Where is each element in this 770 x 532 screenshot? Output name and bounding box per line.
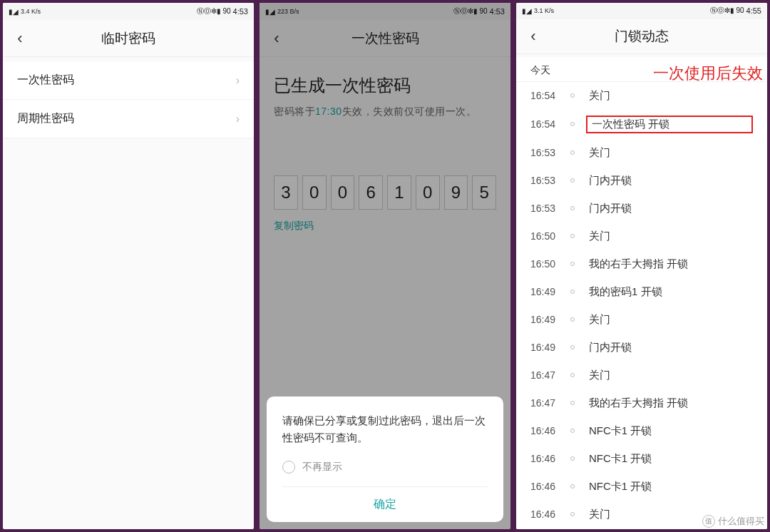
timeline-dot-icon [570, 345, 575, 349]
net-speed: 223 B/s [277, 9, 299, 15]
watermark-text: 什么值得买 [718, 515, 764, 528]
clock: 4:53 [490, 7, 505, 16]
radio-icon [282, 461, 295, 474]
event-row[interactable]: 16:53关门 [516, 139, 767, 167]
event-text: 关门 [586, 88, 753, 104]
code-digit: 0 [416, 175, 440, 210]
password-type-list: 一次性密码 › 周期性密码 › [3, 61, 254, 138]
page-title: 门锁动态 [516, 27, 767, 46]
event-time: 16:49 [530, 342, 568, 353]
timeline-dot-icon [570, 262, 575, 266]
nav-bar: ‹ 门锁动态 [516, 19, 767, 54]
confirm-button[interactable]: 确定 [282, 486, 488, 522]
event-row[interactable]: 16:53门内开锁 [516, 195, 767, 222]
event-text: NFC卡1 开锁 [586, 479, 753, 495]
event-time: 16:54 [530, 118, 568, 130]
event-text: 关门 [586, 228, 753, 245]
code-display: 3 0 0 6 1 0 9 5 [274, 175, 496, 210]
event-row[interactable]: 16:54一次性密码 开锁 [516, 110, 767, 139]
net-speed: 3.1 K/s [534, 8, 554, 14]
event-text: NFC卡1 开锁 [586, 451, 753, 467]
event-row[interactable]: 16:45NFC卡1 开锁 [516, 528, 767, 529]
event-row[interactable]: 16:54关门 [516, 82, 767, 110]
status-icons: ⓃⓄ✼▮ 90 [710, 6, 744, 16]
expiry-time: 17:30 [315, 106, 342, 117]
watermark-icon: 值 [702, 515, 715, 528]
event-row[interactable]: 16:49我的密码1 开锁 [516, 278, 767, 306]
chevron-right-icon: › [236, 113, 240, 126]
event-row[interactable]: 16:53门内开锁 [516, 167, 767, 195]
status-bar: ▮◢ 3.1 K/s ⓃⓄ✼▮ 90 4:55 [516, 3, 767, 19]
event-row[interactable]: 16:49关门 [516, 306, 767, 334]
timeline-dot-icon [570, 93, 575, 98]
event-text: 关门 [586, 312, 753, 328]
generated-subtext: 密码将于17:30失效，失效前仅可使用一次。 [274, 106, 496, 118]
event-time: 16:50 [530, 230, 568, 242]
event-text: 门内开锁 [586, 200, 753, 217]
event-text: 关门 [586, 145, 753, 161]
event-text: 门内开锁 [586, 339, 753, 356]
event-time: 16:46 [530, 425, 568, 436]
event-row[interactable]: 16:46NFC卡1 开锁 [516, 473, 767, 501]
timeline-dot-icon [570, 484, 575, 488]
event-row[interactable]: 16:49门内开锁 [516, 334, 767, 362]
watermark: 值 什么值得买 [702, 515, 764, 528]
copy-code-button[interactable]: 复制密码 [274, 220, 496, 232]
event-time: 16:53 [530, 203, 568, 214]
screen-lock-activity: ▮◢ 3.1 K/s ⓃⓄ✼▮ 90 4:55 ‹ 门锁动态 一次使用后失效 今… [516, 3, 767, 529]
generated-content: 已生成一次性密码 密码将于17:30失效，失效前仅可使用一次。 3 0 0 6 … [260, 57, 510, 250]
event-text: NFC卡1 开锁 [586, 423, 753, 439]
timeline-dot-icon [570, 373, 575, 377]
periodic-password-row[interactable]: 周期性密码 › [3, 100, 254, 138]
screen-temp-password: ▮◢ 3.4 K/s ⓃⓄ✼▮ 90 4:53 ‹ 临时密码 一次性密码 › 周… [3, 3, 254, 529]
dont-show-label: 不再显示 [302, 461, 342, 474]
clock: 4:53 [233, 7, 248, 16]
net-speed: 3.4 K/s [21, 9, 41, 15]
dont-show-again[interactable]: 不再显示 [282, 461, 488, 474]
timeline-dot-icon [570, 150, 575, 155]
code-digit: 5 [472, 175, 496, 210]
event-row[interactable]: 16:47我的右手大拇指 开锁 [516, 389, 767, 417]
event-time: 16:53 [530, 175, 568, 186]
list-item-label: 周期性密码 [17, 111, 74, 126]
event-text: 关门 [586, 367, 753, 384]
clock: 4:55 [746, 6, 761, 15]
event-time: 16:46 [530, 453, 568, 464]
code-digit: 1 [387, 175, 411, 210]
one-time-password-row[interactable]: 一次性密码 › [3, 61, 254, 100]
event-list[interactable]: 16:54关门16:54一次性密码 开锁16:53关门16:53门内开锁16:5… [516, 82, 767, 529]
code-digit: 6 [359, 175, 383, 210]
back-button[interactable]: ‹ [260, 29, 294, 48]
timeline-dot-icon [570, 234, 575, 238]
code-digit: 9 [444, 175, 468, 210]
event-row[interactable]: 16:46NFC卡1 开锁 [516, 417, 767, 445]
nav-bar: ‹ 一次性密码 [260, 20, 510, 57]
back-button[interactable]: ‹ [3, 29, 37, 48]
timeline-dot-icon [570, 429, 575, 433]
event-time: 16:46 [530, 508, 568, 520]
status-icons: ⓃⓄ✼▮ 90 [453, 6, 488, 16]
status-icons: ⓃⓄ✼▮ 90 [197, 6, 231, 16]
event-row[interactable]: 16:50关门 [516, 222, 767, 250]
nav-bar: ‹ 临时密码 [3, 20, 254, 57]
annotation-note: 一次使用后失效 [653, 63, 763, 84]
sheet-message: 请确保已分享或复制过此密码，退出后一次性密码不可查询。 [282, 412, 488, 446]
back-button[interactable]: ‹ [516, 27, 550, 46]
event-text: 一次性密码 开锁 [586, 116, 753, 133]
signal-icon: ▮◢ [265, 8, 275, 16]
confirm-sheet: 请确保已分享或复制过此密码，退出后一次性密码不可查询。 不再显示 确定 [267, 397, 503, 522]
timeline-dot-icon [570, 317, 575, 322]
timeline-dot-icon [570, 122, 575, 126]
event-row[interactable]: 16:46NFC卡1 开锁 [516, 445, 767, 473]
timeline-dot-icon [570, 290, 575, 294]
signal-icon: ▮◢ [9, 8, 19, 16]
chevron-right-icon: › [236, 74, 240, 87]
event-row[interactable]: 16:47关门 [516, 362, 767, 389]
timeline-dot-icon [570, 178, 575, 183]
event-row[interactable]: 16:50我的右手大拇指 开锁 [516, 250, 767, 278]
status-bar: ▮◢ 223 B/s ⓃⓄ✼▮ 90 4:53 [260, 3, 510, 20]
code-digit: 3 [274, 175, 298, 210]
event-time: 16:49 [530, 286, 568, 297]
page-title: 一次性密码 [260, 29, 510, 48]
code-digit: 0 [331, 175, 355, 210]
